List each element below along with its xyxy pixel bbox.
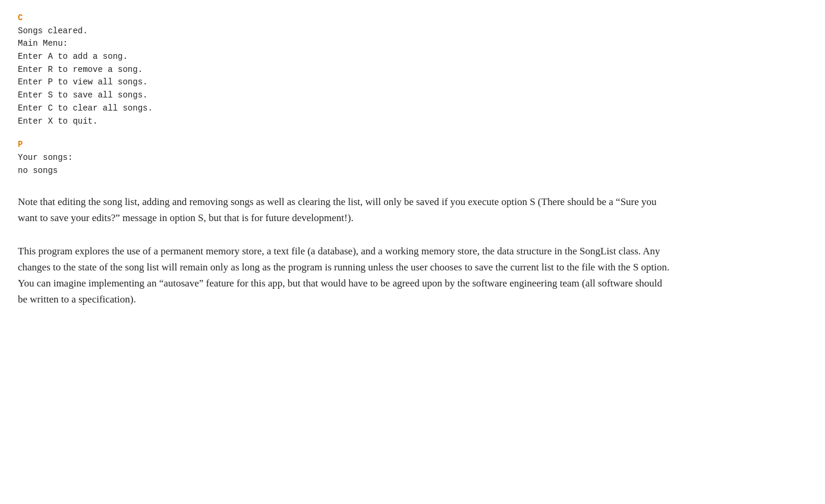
prose-paragraph-1: Note that editing the song list, adding …: [18, 194, 672, 226]
terminal-input-c: C: [18, 13, 23, 23]
terminal-line-1: Songs cleared.: [18, 26, 88, 36]
terminal-line-4: Enter R to remove a song.: [18, 65, 143, 74]
prose-paragraph-2: This program explores the use of a perma…: [18, 243, 672, 308]
terminal-line-3: Enter A to add a song.: [18, 52, 128, 61]
terminal-line-5: Enter P to view all songs.: [18, 77, 147, 87]
terminal-line-7: Enter C to clear all songs.: [18, 103, 153, 113]
terminal-line-8: Enter X to quit.: [18, 116, 97, 126]
terminal-line-no-songs: no songs: [18, 166, 58, 175]
terminal-line-2: Main Menu:: [18, 39, 68, 48]
terminal-line-your-songs: Your songs:: [18, 153, 73, 162]
terminal-block-1: C Songs cleared. Main Menu: Enter A to a…: [18, 12, 807, 128]
terminal-line-6: Enter S to save all songs.: [18, 90, 147, 100]
terminal-block-2: P Your songs: no songs: [18, 138, 807, 177]
terminal-input-p: P: [18, 140, 23, 149]
